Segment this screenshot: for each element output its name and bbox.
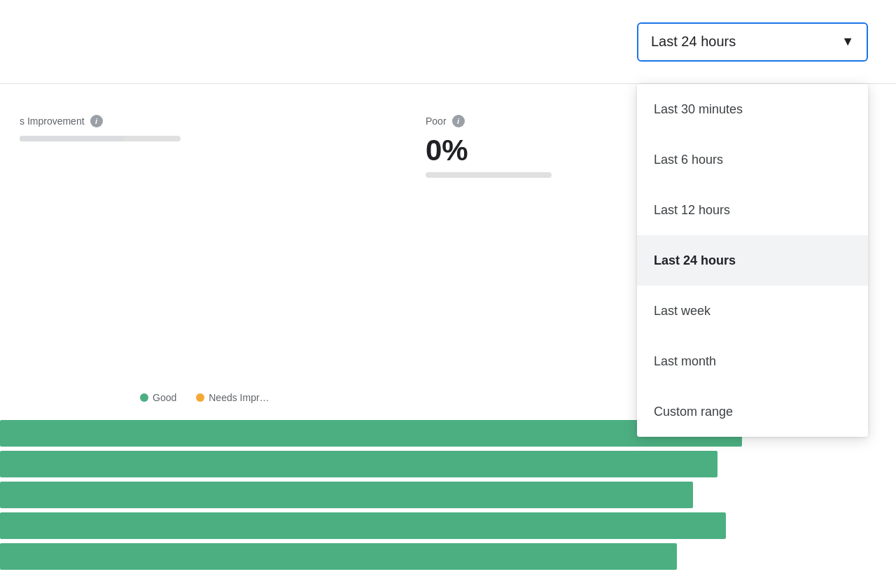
chart-bar-4 bbox=[0, 512, 726, 539]
chevron-down-icon: ▼ bbox=[841, 34, 854, 49]
time-range-dropdown-trigger[interactable]: Last 24 hours ▼ bbox=[637, 22, 868, 62]
right-metric-title: Poor i bbox=[426, 115, 596, 127]
chart-area bbox=[0, 420, 816, 588]
chart-bar-2 bbox=[0, 451, 718, 477]
dropdown-option-last-12-hours[interactable]: Last 12 hours bbox=[637, 185, 868, 235]
chart-bar-5 bbox=[0, 543, 677, 570]
left-metric-title: s Improvement i bbox=[20, 115, 181, 127]
chart-legend: Good Needs Impr… bbox=[0, 392, 630, 403]
legend-item-good: Good bbox=[140, 392, 176, 403]
legend-good-label: Good bbox=[153, 392, 176, 403]
dropdown-selected-label: Last 24 hours bbox=[651, 34, 736, 50]
legend-needs-improvement-label: Needs Impr… bbox=[209, 392, 269, 403]
dropdown-option-last-week[interactable]: Last week bbox=[637, 286, 868, 336]
chart-bar-1 bbox=[0, 420, 742, 447]
legend-item-needs-improvement: Needs Impr… bbox=[196, 392, 269, 403]
right-metric-panel: Poor i 0% bbox=[406, 98, 616, 195]
dropdown-option-last-30-minutes[interactable]: Last 30 minutes bbox=[637, 84, 868, 134]
dropdown-option-last-6-hours[interactable]: Last 6 hours bbox=[637, 134, 868, 185]
left-metric-info-icon[interactable]: i bbox=[90, 115, 103, 127]
dropdown-option-last-month[interactable]: Last month bbox=[637, 336, 868, 386]
time-range-dropdown-menu: Last 30 minutes Last 6 hours Last 12 hou… bbox=[637, 84, 868, 437]
left-metric-panel: s Improvement i bbox=[0, 98, 200, 158]
good-dot-icon bbox=[140, 393, 148, 402]
needs-improvement-dot-icon bbox=[196, 393, 204, 402]
left-metric-bar-container bbox=[20, 136, 181, 141]
left-metric-bar-fill bbox=[20, 136, 125, 141]
chart-bar-3 bbox=[0, 482, 693, 508]
dropdown-option-last-24-hours[interactable]: Last 24 hours bbox=[637, 235, 868, 286]
right-metric-info-icon[interactable]: i bbox=[452, 115, 465, 127]
right-metric-label: Poor bbox=[426, 115, 447, 127]
right-metric-bar bbox=[426, 172, 552, 178]
left-metric-label: s Improvement bbox=[20, 115, 85, 127]
right-metric-value: 0% bbox=[426, 134, 596, 167]
dropdown-option-custom-range[interactable]: Custom range bbox=[637, 386, 868, 437]
top-bar: Last 24 hours ▼ bbox=[0, 0, 896, 84]
